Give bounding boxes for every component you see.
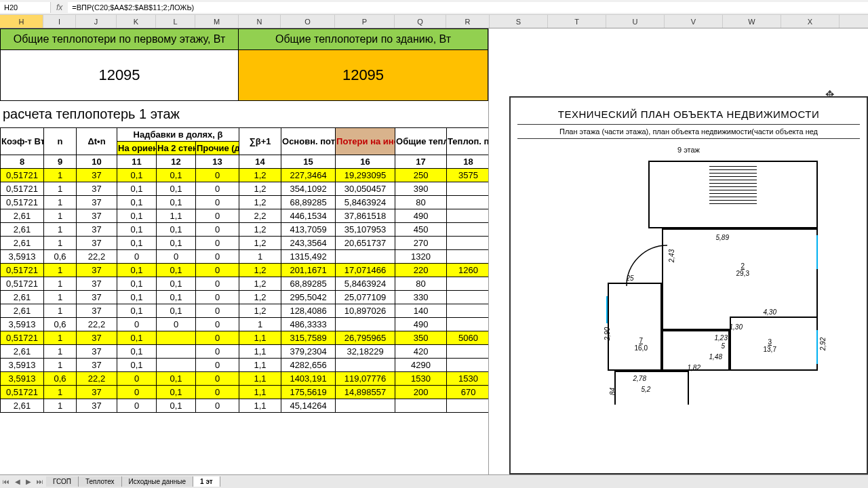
plan-subtitle: План этажа (части этажа), план объекта н… (517, 124, 860, 139)
table-row[interactable]: 3,59131370,101,14282,6564290 (1, 359, 489, 372)
sheet-tab[interactable]: Исходные данные (122, 476, 194, 487)
table-row[interactable]: 2,6113700,101,145,14264 (1, 399, 489, 413)
data-table[interactable]: Коэф-т Вт/м2С n Δt•n Надбавки в долях, β… (0, 127, 488, 413)
spreadsheet-grid[interactable]: Общие теплопотери по первому этажу, Вт О… (0, 28, 488, 474)
col-header-O[interactable]: O (281, 15, 335, 28)
table-row[interactable]: 0,517211370,10,101,2354,109230,050457390 (1, 182, 489, 196)
embedded-drawing-area: ✥ ТЕХНИЧЕСКИЙ ПЛАН ОБЪЕКТА НЕДВИЖИМОСТИ … (488, 28, 868, 474)
col-header-K[interactable]: K (117, 15, 156, 28)
tab-nav-last[interactable]: ⏭ (34, 478, 46, 485)
th-obsh: Общие теплопо тери, Вт (395, 128, 447, 155)
table-row[interactable]: 2,611370,11,102,2446,153437,861518490 (1, 209, 489, 223)
fx-icon[interactable]: fx (51, 3, 68, 12)
table-row[interactable]: 2,611370,10,101,2295,504225,077109330 (1, 291, 489, 304)
th-infil: Потери на инфильтр., Вт (336, 128, 395, 155)
col-header-Q[interactable]: Q (395, 15, 446, 28)
col-header-H[interactable]: H (0, 15, 43, 28)
th-n: n (44, 128, 77, 155)
th-steny: На 2 стены (157, 142, 196, 155)
table-row[interactable]: 0,517211370,10,101,2201,167117,071466220… (1, 264, 489, 277)
table-row[interactable]: 2,611370,101,1379,230432,18229420 (1, 345, 489, 359)
table-row[interactable]: 0,5172113700,101,1175,561914,89855720067… (1, 386, 489, 399)
col-header-X[interactable]: X (781, 15, 840, 28)
col-header-L[interactable]: L (156, 15, 195, 28)
table-row[interactable]: 0,517211370,101,1315,758926,795965350506… (1, 331, 489, 345)
col-header-W[interactable]: W (723, 15, 781, 28)
table-row[interactable]: 3,59130,622,200011315,4921320 (1, 250, 489, 264)
th-sumb: ∑β+1 (239, 128, 281, 155)
formula-input[interactable]: =ВПР(C20;$AA$2:$AB$11;2;ЛОЖЬ) (68, 2, 868, 13)
table-row[interactable]: 2,611370,10,101,2243,356420,651737270 (1, 237, 489, 250)
floor-label: 9 этаж (517, 146, 860, 154)
col-header-S[interactable]: S (490, 15, 548, 28)
table-row[interactable]: 0,517211370,10,101,2227,346419,293095250… (1, 169, 489, 182)
col-header-R[interactable]: R (446, 15, 490, 28)
tab-nav-next[interactable]: ▶ (23, 478, 34, 485)
summary-right-label: Общие теплопотери по зданию, Вт (239, 28, 488, 50)
th-pomesh: Теплоп. по помеще- нию, Вт (447, 128, 488, 155)
floorplan-drawing: 5,89 2,43 25 2,90 4,30 2,92 1,30 1,82 1,… (547, 161, 831, 405)
sheet-tab[interactable]: ГСОП (46, 476, 79, 487)
col-header-M[interactable]: M (195, 15, 239, 28)
th-dtn: Δt•n (77, 128, 117, 155)
sheet-tab[interactable]: Теплотех (79, 476, 122, 487)
name-box[interactable]: H20 (0, 2, 51, 13)
technical-plan[interactable]: ТЕХНИЧЕСКИЙ ПЛАН ОБЪЕКТА НЕДВИЖИМОСТИ Пл… (509, 96, 868, 474)
table-row[interactable]: 3,59130,622,20001486,3333490 (1, 318, 489, 331)
tab-nav-prev[interactable]: ◀ (12, 478, 23, 485)
table-row[interactable]: 0,517211370,10,101,268,892855,846392480 (1, 277, 489, 291)
summary-left-value: 12095 (0, 50, 239, 101)
table-row[interactable]: 0,517211370,10,101,268,892855,846392480 (1, 196, 489, 209)
column-headers: HIJKLMNOPQRSTUVWX (0, 15, 868, 28)
sheet-tab[interactable]: 1 эт (193, 476, 220, 487)
table-row[interactable]: 2,611370,10,101,2413,705935,107953450 (1, 223, 489, 237)
th-prochie: Прочие (дверь) (196, 142, 239, 155)
summary-left-label: Общие теплопотери по первому этажу, Вт (0, 28, 239, 50)
col-header-V[interactable]: V (665, 15, 723, 28)
table-row[interactable]: 2,611370,10,101,2128,408610,897026140 (1, 304, 489, 318)
sheet-tabs: ⏮ ◀ ▶ ⏭ ГСОПТеплотехИсходные данные1 эт (0, 474, 868, 488)
col-header-T[interactable]: T (548, 15, 606, 28)
th-koef: Коэф-т Вт/м2С (1, 128, 44, 155)
col-header-N[interactable]: N (239, 15, 281, 28)
table-row[interactable]: 3,59130,622,200,101,11403,191119,0777615… (1, 372, 489, 386)
col-header-I[interactable]: I (43, 15, 76, 28)
plan-title: ТЕХНИЧЕСКИЙ ПЛАН ОБЪЕКТА НЕДВИЖИМОСТИ (517, 104, 860, 124)
th-osnov: Основн. потери, Вт (281, 128, 336, 155)
col-header-U[interactable]: U (606, 15, 665, 28)
tab-nav-first[interactable]: ⏮ (0, 478, 12, 485)
col-header-P[interactable]: P (335, 15, 395, 28)
col-header-J[interactable]: J (76, 15, 117, 28)
formula-bar: H20 fx =ВПР(C20;$AA$2:$AB$11;2;ЛОЖЬ) (0, 0, 868, 15)
summary-right-value: 12095 (239, 50, 488, 101)
th-nadb: Надбавки в долях, β (117, 128, 239, 142)
th-orien: На ориен (117, 142, 157, 155)
section-title: расчета теплопотерь 1 этаж (0, 101, 488, 127)
